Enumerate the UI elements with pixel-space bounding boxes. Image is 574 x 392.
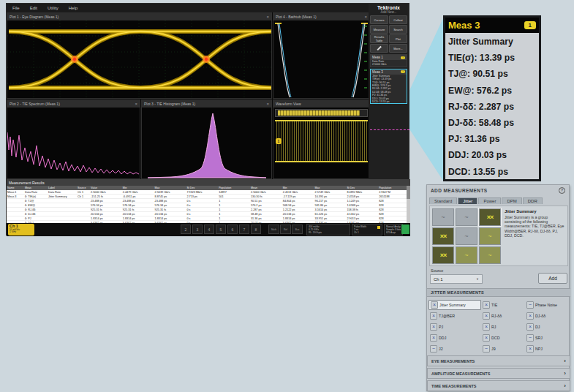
badge-count: 1 [401,56,405,59]
cell-value: 2.5749 Gb/s [314,191,347,194]
meas1-badge[interactable]: Meas 11 Data Rate 2.5000 Gb/s [370,54,407,67]
pulse-sketch-icon[interactable]: ~ [479,227,501,245]
add-new-math-button[interactable]: Math [268,225,279,234]
sidebar-button-plot[interactable]: Plot [389,34,407,43]
results-scrollbar[interactable] [407,186,410,223]
eye-diagram-icon[interactable]: ×× [479,208,501,226]
channel-7-button[interactable]: 7 [239,225,249,234]
cell-value: 501 [218,195,250,198]
channel-8-button[interactable]: 8 [251,225,261,234]
scatter-sketch-icon[interactable]: ~ [456,208,477,226]
measure-button-j9[interactable]: ~J9 [481,344,525,353]
sidebar-button-results-table[interactable]: Results Table [370,34,388,43]
close-icon[interactable]: × [266,102,269,106]
source-select[interactable]: Ch 1 ▼ [430,274,483,284]
sidebar-button-search[interactable]: Search [389,25,407,34]
close-icon[interactable]: × [135,102,137,106]
eye-diagram-icon[interactable]: ×× [432,227,454,245]
tektronix-logo: Tektronix [370,5,407,10]
horizontal-settings[interactable]: 400 ns/div 6.25 GS/s RL: 200 kpts [306,224,350,235]
jitter-measurements-section[interactable]: JITTER MEASUREMENTS [427,288,570,297]
scrollbar-thumb[interactable] [407,186,410,199]
channel-3-button[interactable]: 3 [192,225,203,234]
menu-item-utility[interactable]: Utility [48,6,58,10]
measure-button-jitter-summary[interactable]: ×Jitter Summary [428,300,481,310]
channel-6-button[interactable]: 6 [227,225,238,234]
run-stop-button[interactable] [401,225,409,234]
plot-tie-histogram[interactable]: Plot 3 - TIE Histogram (Meas 1)× [141,99,272,179]
waveform-sketch-icon[interactable]: ~ [432,208,454,226]
channel-2-button[interactable]: 2 [181,225,191,234]
tab-power[interactable]: Power [478,197,501,204]
cell-value: 2651188 [378,195,410,198]
measure-button-rj[interactable]: ×RJ-δδ [481,312,525,320]
trend-sketch-icon[interactable]: ~ [479,246,501,264]
measure-button-npj[interactable]: ×NPJ [525,344,567,353]
menu-item-edit[interactable]: Edit [30,6,37,10]
tie-icon: × [483,301,490,309]
cell-value: 8.8745 ps [154,195,186,198]
waveform-overview-strip[interactable] [275,109,368,117]
plot-bathtub[interactable]: Plot 4 - Bathtub (Meas 1)× [273,12,370,99]
tab-ddr[interactable]: DDR [523,197,543,204]
pulse-sketch-icon[interactable]: ~ [456,227,477,245]
measure-button-ddj[interactable]: ×DDJ [428,333,481,342]
plot-title: Plot 2 - TIE Spectrum (Meas 1) [10,102,60,106]
channel-5-button[interactable]: 5 [216,225,226,234]
cell-value: 7.9323 Mb/s [186,191,218,194]
menu-item-help[interactable]: Help [69,6,78,10]
measure-button-phase-noise[interactable]: ~Phase Noise [525,301,567,309]
source-value: Ch 1 [434,277,443,282]
measure-button-dj[interactable]: ×DJ-δδ [525,312,567,320]
add-new-bus-button[interactable]: Bus [292,225,303,234]
j2-icon: ~ [430,345,437,353]
acquisition-settings[interactable]: Manual Analyze Sample: 8 bits 625 Acqs [384,224,403,235]
add-button[interactable]: Add [538,273,567,284]
cell-value: 10.395 ps [314,195,347,198]
tab-dpm[interactable]: DPM [502,197,521,204]
measure-button-dj[interactable]: ×DJ [525,323,567,331]
measure-button-srj[interactable]: ~SRJ [525,333,567,342]
tab-jitter[interactable]: Jitter [458,197,477,204]
help-icon[interactable]: ? [559,187,565,194]
cell-value: 23.488 ps [154,200,186,203]
more-button[interactable]: More... [389,44,407,53]
section-time-measurements[interactable]: TIME MEASUREMENTS› [427,380,570,391]
tab-standard[interactable]: Standard [429,197,457,204]
section-eye-measurements[interactable]: EYE MEASUREMENTS› [427,355,570,366]
cell-value: 581.86 ps [314,204,347,207]
measure-label: DCD [491,336,499,340]
channel-marker-badge: 1 [276,138,282,144]
channel-4-button[interactable]: 4 [204,225,214,234]
cell-value: 23.488 ps [122,200,154,203]
close-icon[interactable]: × [266,15,269,19]
section-amplitude-measurements[interactable]: AMPLITUDE MEASUREMENTS› [427,368,570,379]
cell-value: 925.31 fs [122,208,154,211]
measure-button-tie[interactable]: ×TIE [481,301,525,309]
sidebar-button-measure[interactable]: Measure [370,25,388,34]
plot-eye-diagram[interactable]: Plot 1 - Eye Diagram (Meas 1)× [7,12,272,99]
eye-diagram-icon[interactable]: ×× [432,246,454,264]
add-new-ref-button[interactable]: Ref [280,225,291,234]
measure-button-pj[interactable]: ×PJ [428,323,481,331]
channel-1-badge[interactable]: Ch 1 50 mV/div 1 GHz [8,224,34,235]
draw-icon-button[interactable] [370,44,388,53]
plot-tie-spectrum[interactable]: Plot 2 - TIE Spectrum (Meas 1)× [7,99,140,179]
cell-value: 828 [378,213,410,216]
meas3-badge[interactable]: Meas 31 Jitter SummaryTIE(σ): 13.39 psTJ… [370,69,407,105]
menu-item-file[interactable]: File [12,6,20,10]
waveform-view[interactable]: Waveform View 1 [273,99,370,179]
measure-button-tj-ber[interactable]: ×TJ@BER [428,312,481,320]
measure-button-rj[interactable]: ×RJ [481,323,525,331]
cell-value: 576.34 ps [154,204,186,207]
sidebar-button-callout[interactable]: Callout [389,15,407,24]
close-icon[interactable]: × [364,15,367,19]
section-label: EYE MEASUREMENTS [431,359,475,363]
ddj-icon: × [430,334,437,342]
measure-button-j2[interactable]: ~J2 [428,344,481,353]
measure-button-dcd[interactable]: ×DCD [481,333,525,342]
trigger-settings[interactable]: Pulse Width 2 ns Ch 1 [352,224,382,235]
sidebar-button-cursors[interactable]: Cursors [370,15,388,24]
bathtub-canvas [273,20,369,98]
trend-sketch-icon[interactable]: ~ [456,246,477,264]
